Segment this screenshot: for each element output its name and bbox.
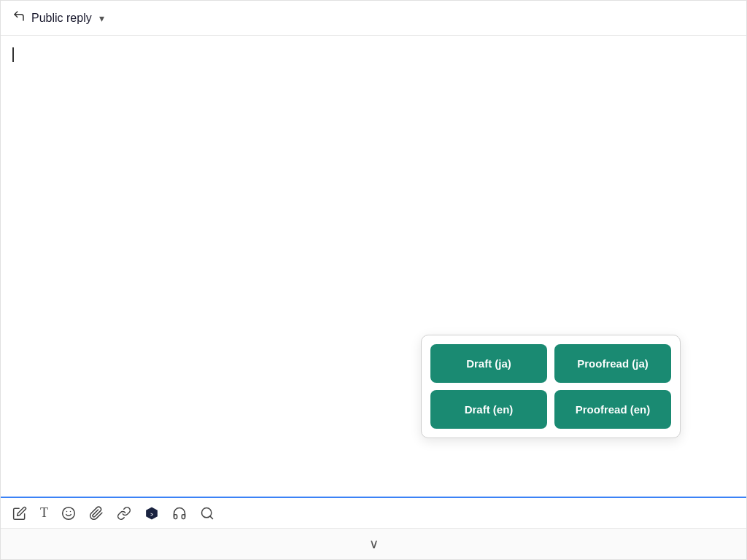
editor-toolbar: T > — [1, 497, 746, 528]
reply-editor-area[interactable]: Draft (ja) Proofread (ja) Draft (en) Pro… — [1, 36, 746, 497]
svg-point-0 — [63, 507, 75, 519]
proofread-ja-button[interactable]: Proofread (ja) — [554, 344, 671, 383]
reply-type-label: Public reply — [31, 12, 92, 25]
text-format-icon[interactable]: T — [40, 505, 48, 521]
ai-action-popup: Draft (ja) Proofread (ja) Draft (en) Pro… — [421, 335, 681, 438]
emoji-icon[interactable] — [61, 506, 76, 521]
draft-ja-button[interactable]: Draft (ja) — [430, 344, 547, 383]
attachment-icon[interactable] — [89, 506, 104, 521]
bot-icon[interactable] — [172, 506, 187, 521]
svg-text:>: > — [150, 511, 153, 516]
draft-en-button[interactable]: Draft (en) — [430, 390, 547, 429]
editor-container: Public reply ▾ Draft (ja) Proofread (ja)… — [0, 0, 747, 560]
header-bar: Public reply ▾ — [1, 1, 746, 36]
svg-line-6 — [210, 516, 213, 518]
link-icon[interactable] — [117, 506, 131, 521]
collapse-button[interactable]: ∨ — [369, 536, 379, 552]
ai-badge-icon[interactable]: > — [144, 506, 159, 521]
compose-icon[interactable] — [12, 506, 27, 521]
proofread-en-button[interactable]: Proofread (en) — [554, 390, 671, 429]
bottom-bar: ∨ — [1, 528, 746, 559]
text-cursor — [12, 47, 14, 62]
reply-type-chevron[interactable]: ▾ — [99, 12, 104, 24]
reply-back-icon[interactable] — [12, 9, 26, 26]
search-icon[interactable] — [200, 506, 214, 521]
